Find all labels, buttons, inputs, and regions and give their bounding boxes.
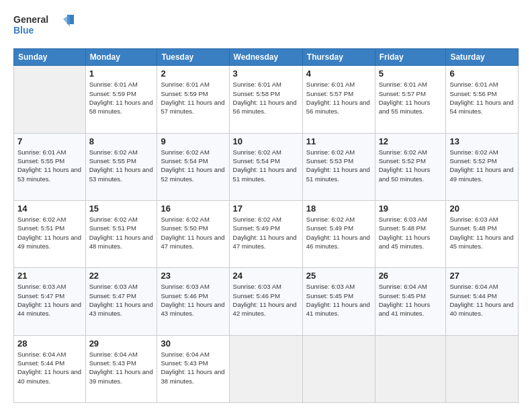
day-info: Sunrise: 6:03 AMSunset: 5:46 PMDaylight:… [161,283,224,317]
day-info: Sunrise: 6:01 AMSunset: 5:57 PMDaylight:… [379,81,431,115]
calendar-cell: 7 Sunrise: 6:01 AMSunset: 5:55 PMDayligh… [14,133,86,200]
calendar-cell [14,66,86,133]
page: General Blue SundayMondayTuesdayWednesda… [0,0,532,411]
day-number: 24 [233,271,299,281]
calendar-cell: 2 Sunrise: 6:01 AMSunset: 5:59 PMDayligh… [157,66,229,133]
day-number: 14 [17,203,82,214]
day-info: Sunrise: 6:03 AMSunset: 5:46 PMDaylight:… [233,283,297,317]
calendar-cell: 30 Sunrise: 6:04 AMSunset: 5:43 PMDaylig… [157,335,229,402]
day-number: 3 [233,68,299,79]
day-number: 22 [89,271,154,281]
day-info: Sunrise: 6:02 AMSunset: 5:54 PMDaylight:… [161,148,224,183]
day-info: Sunrise: 6:01 AMSunset: 5:59 PMDaylight:… [89,81,153,115]
calendar-cell: 5 Sunrise: 6:01 AMSunset: 5:57 PMDayligh… [375,66,446,133]
day-info: Sunrise: 6:01 AMSunset: 5:58 PMDaylight:… [233,81,297,115]
day-number: 26 [379,271,443,281]
weekday-thursday: Thursday [302,49,375,66]
day-info: Sunrise: 6:02 AMSunset: 5:51 PMDaylight:… [89,216,153,250]
calendar-cell: 18 Sunrise: 6:02 AMSunset: 5:49 PMDaylig… [302,201,375,268]
day-info: Sunrise: 6:01 AMSunset: 5:56 PMDaylight:… [449,81,513,115]
day-number: 21 [17,271,82,281]
svg-text:Blue: Blue [13,25,34,36]
day-info: Sunrise: 6:01 AMSunset: 5:57 PMDaylight:… [306,81,370,115]
weekday-header-row: SundayMondayTuesdayWednesdayThursdayFrid… [14,49,519,66]
day-number: 1 [89,68,154,79]
weekday-friday: Friday [375,49,446,66]
calendar-cell: 14 Sunrise: 6:02 AMSunset: 5:51 PMDaylig… [14,201,86,268]
day-info: Sunrise: 6:02 AMSunset: 5:49 PMDaylight:… [233,216,297,250]
calendar-table: SundayMondayTuesdayWednesdayThursdayFrid… [13,48,519,403]
day-number: 7 [17,136,82,146]
calendar-cell: 3 Sunrise: 6:01 AMSunset: 5:58 PMDayligh… [229,66,302,133]
day-number: 8 [89,136,154,146]
header: General Blue [13,12,519,40]
calendar-cell: 27 Sunrise: 6:04 AMSunset: 5:44 PMDaylig… [446,268,519,335]
weekday-wednesday: Wednesday [229,49,302,66]
calendar-body: 1 Sunrise: 6:01 AMSunset: 5:59 PMDayligh… [14,66,519,403]
day-number: 23 [161,271,225,281]
calendar-cell: 6 Sunrise: 6:01 AMSunset: 5:56 PMDayligh… [446,66,519,133]
day-info: Sunrise: 6:02 AMSunset: 5:54 PMDaylight:… [233,148,297,183]
calendar-cell: 22 Sunrise: 6:03 AMSunset: 5:47 PMDaylig… [85,268,157,335]
calendar-cell: 16 Sunrise: 6:02 AMSunset: 5:50 PMDaylig… [157,201,229,268]
day-info: Sunrise: 6:03 AMSunset: 5:48 PMDaylight:… [449,216,513,250]
day-info: Sunrise: 6:02 AMSunset: 5:55 PMDaylight:… [89,148,153,183]
day-number: 17 [233,203,299,214]
day-info: Sunrise: 6:03 AMSunset: 5:45 PMDaylight:… [306,283,370,317]
day-number: 2 [161,68,225,79]
week-row-3: 14 Sunrise: 6:02 AMSunset: 5:51 PMDaylig… [14,201,519,268]
calendar-cell: 21 Sunrise: 6:03 AMSunset: 5:47 PMDaylig… [14,268,86,335]
weekday-saturday: Saturday [446,49,519,66]
weekday-monday: Monday [85,49,157,66]
day-number: 30 [161,338,225,349]
day-info: Sunrise: 6:04 AMSunset: 5:44 PMDaylight:… [17,351,81,385]
calendar-cell [375,335,446,402]
day-number: 10 [233,136,299,146]
day-number: 9 [161,136,225,146]
logo-text: General Blue [13,12,74,40]
day-number: 15 [89,203,154,214]
day-info: Sunrise: 6:03 AMSunset: 5:47 PMDaylight:… [17,283,81,317]
calendar-cell: 26 Sunrise: 6:04 AMSunset: 5:45 PMDaylig… [375,268,446,335]
calendar-cell [229,335,302,402]
day-info: Sunrise: 6:04 AMSunset: 5:44 PMDaylight:… [449,283,513,317]
weekday-tuesday: Tuesday [157,49,229,66]
day-info: Sunrise: 6:02 AMSunset: 5:50 PMDaylight:… [161,216,224,250]
day-info: Sunrise: 6:02 AMSunset: 5:51 PMDaylight:… [17,216,81,250]
day-info: Sunrise: 6:01 AMSunset: 5:59 PMDaylight:… [161,81,224,115]
day-number: 13 [449,136,515,146]
day-number: 16 [161,203,225,214]
day-number: 12 [379,136,443,146]
generalblue-logo: General Blue [13,12,74,38]
day-info: Sunrise: 6:02 AMSunset: 5:49 PMDaylight:… [306,216,370,250]
day-number: 25 [306,271,371,281]
day-info: Sunrise: 6:02 AMSunset: 5:52 PMDaylight:… [449,148,513,183]
calendar-cell: 1 Sunrise: 6:01 AMSunset: 5:59 PMDayligh… [85,66,157,133]
week-row-5: 28 Sunrise: 6:04 AMSunset: 5:44 PMDaylig… [14,335,519,402]
calendar-cell: 9 Sunrise: 6:02 AMSunset: 5:54 PMDayligh… [157,133,229,200]
day-number: 4 [306,68,371,79]
day-info: Sunrise: 6:03 AMSunset: 5:48 PMDaylight:… [379,216,431,250]
calendar-cell: 29 Sunrise: 6:04 AMSunset: 5:43 PMDaylig… [85,335,157,402]
calendar-cell: 11 Sunrise: 6:02 AMSunset: 5:53 PMDaylig… [302,133,375,200]
logo: General Blue [13,12,74,40]
day-info: Sunrise: 6:02 AMSunset: 5:52 PMDaylight:… [379,148,431,183]
week-row-1: 1 Sunrise: 6:01 AMSunset: 5:59 PMDayligh… [14,66,519,133]
day-info: Sunrise: 6:02 AMSunset: 5:53 PMDaylight:… [306,148,370,183]
day-number: 5 [379,68,443,79]
calendar-cell: 23 Sunrise: 6:03 AMSunset: 5:46 PMDaylig… [157,268,229,335]
day-info: Sunrise: 6:04 AMSunset: 5:43 PMDaylight:… [161,351,224,385]
svg-marker-3 [63,15,70,27]
svg-text:General: General [13,14,48,25]
day-info: Sunrise: 6:01 AMSunset: 5:55 PMDaylight:… [17,148,81,183]
calendar-cell: 20 Sunrise: 6:03 AMSunset: 5:48 PMDaylig… [446,201,519,268]
calendar-cell [302,335,375,402]
day-number: 28 [17,338,82,349]
calendar-cell: 17 Sunrise: 6:02 AMSunset: 5:49 PMDaylig… [229,201,302,268]
calendar-cell: 13 Sunrise: 6:02 AMSunset: 5:52 PMDaylig… [446,133,519,200]
calendar-cell: 15 Sunrise: 6:02 AMSunset: 5:51 PMDaylig… [85,201,157,268]
day-number: 18 [306,203,371,214]
day-number: 29 [89,338,154,349]
week-row-4: 21 Sunrise: 6:03 AMSunset: 5:47 PMDaylig… [14,268,519,335]
calendar-cell: 25 Sunrise: 6:03 AMSunset: 5:45 PMDaylig… [302,268,375,335]
